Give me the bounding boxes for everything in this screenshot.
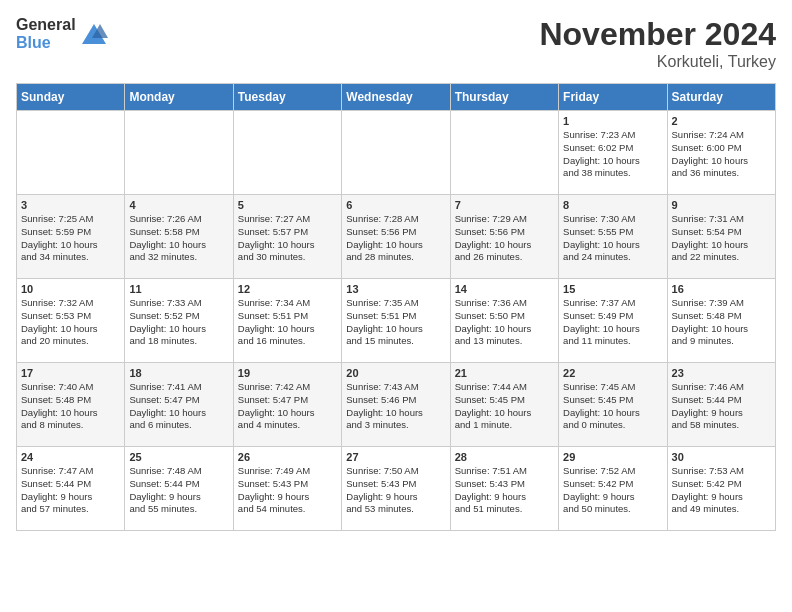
calendar-header-row: SundayMondayTuesdayWednesdayThursdayFrid…: [17, 84, 776, 111]
day-number: 25: [129, 451, 228, 463]
logo: General Blue: [16, 16, 108, 51]
day-number: 12: [238, 283, 337, 295]
calendar-cell: 18Sunrise: 7:41 AM Sunset: 5:47 PM Dayli…: [125, 363, 233, 447]
day-number: 1: [563, 115, 662, 127]
day-number: 11: [129, 283, 228, 295]
calendar-cell: 2Sunrise: 7:24 AM Sunset: 6:00 PM Daylig…: [667, 111, 775, 195]
column-header-friday: Friday: [559, 84, 667, 111]
column-header-saturday: Saturday: [667, 84, 775, 111]
calendar-cell: 17Sunrise: 7:40 AM Sunset: 5:48 PM Dayli…: [17, 363, 125, 447]
page-header: General Blue November 2024 Korkuteli, Tu…: [16, 16, 776, 71]
day-number: 5: [238, 199, 337, 211]
day-info: Sunrise: 7:37 AM Sunset: 5:49 PM Dayligh…: [563, 297, 662, 348]
day-number: 17: [21, 367, 120, 379]
day-info: Sunrise: 7:33 AM Sunset: 5:52 PM Dayligh…: [129, 297, 228, 348]
day-number: 26: [238, 451, 337, 463]
day-info: Sunrise: 7:45 AM Sunset: 5:45 PM Dayligh…: [563, 381, 662, 432]
calendar-cell: 11Sunrise: 7:33 AM Sunset: 5:52 PM Dayli…: [125, 279, 233, 363]
day-number: 29: [563, 451, 662, 463]
calendar-cell: 15Sunrise: 7:37 AM Sunset: 5:49 PM Dayli…: [559, 279, 667, 363]
calendar-cell: 20Sunrise: 7:43 AM Sunset: 5:46 PM Dayli…: [342, 363, 450, 447]
month-title: November 2024: [539, 16, 776, 53]
logo-blue-text: Blue: [16, 34, 76, 52]
logo-general-text: General: [16, 16, 76, 34]
day-info: Sunrise: 7:31 AM Sunset: 5:54 PM Dayligh…: [672, 213, 771, 264]
day-info: Sunrise: 7:46 AM Sunset: 5:44 PM Dayligh…: [672, 381, 771, 432]
day-number: 3: [21, 199, 120, 211]
day-number: 19: [238, 367, 337, 379]
calendar-cell: 27Sunrise: 7:50 AM Sunset: 5:43 PM Dayli…: [342, 447, 450, 531]
day-number: 21: [455, 367, 554, 379]
day-number: 10: [21, 283, 120, 295]
day-info: Sunrise: 7:23 AM Sunset: 6:02 PM Dayligh…: [563, 129, 662, 180]
day-info: Sunrise: 7:34 AM Sunset: 5:51 PM Dayligh…: [238, 297, 337, 348]
column-header-monday: Monday: [125, 84, 233, 111]
calendar-cell: 12Sunrise: 7:34 AM Sunset: 5:51 PM Dayli…: [233, 279, 341, 363]
day-number: 28: [455, 451, 554, 463]
logo-icon: [80, 20, 108, 48]
day-info: Sunrise: 7:27 AM Sunset: 5:57 PM Dayligh…: [238, 213, 337, 264]
day-info: Sunrise: 7:52 AM Sunset: 5:42 PM Dayligh…: [563, 465, 662, 516]
day-number: 6: [346, 199, 445, 211]
day-number: 24: [21, 451, 120, 463]
column-header-wednesday: Wednesday: [342, 84, 450, 111]
calendar-cell: [233, 111, 341, 195]
column-header-sunday: Sunday: [17, 84, 125, 111]
calendar-cell: 7Sunrise: 7:29 AM Sunset: 5:56 PM Daylig…: [450, 195, 558, 279]
day-number: 18: [129, 367, 228, 379]
day-info: Sunrise: 7:32 AM Sunset: 5:53 PM Dayligh…: [21, 297, 120, 348]
calendar-cell: 10Sunrise: 7:32 AM Sunset: 5:53 PM Dayli…: [17, 279, 125, 363]
day-number: 22: [563, 367, 662, 379]
day-info: Sunrise: 7:48 AM Sunset: 5:44 PM Dayligh…: [129, 465, 228, 516]
calendar-cell: 30Sunrise: 7:53 AM Sunset: 5:42 PM Dayli…: [667, 447, 775, 531]
calendar-cell: 29Sunrise: 7:52 AM Sunset: 5:42 PM Dayli…: [559, 447, 667, 531]
calendar-cell: 28Sunrise: 7:51 AM Sunset: 5:43 PM Dayli…: [450, 447, 558, 531]
day-info: Sunrise: 7:47 AM Sunset: 5:44 PM Dayligh…: [21, 465, 120, 516]
day-number: 20: [346, 367, 445, 379]
day-info: Sunrise: 7:44 AM Sunset: 5:45 PM Dayligh…: [455, 381, 554, 432]
day-number: 9: [672, 199, 771, 211]
day-info: Sunrise: 7:30 AM Sunset: 5:55 PM Dayligh…: [563, 213, 662, 264]
day-info: Sunrise: 7:53 AM Sunset: 5:42 PM Dayligh…: [672, 465, 771, 516]
day-info: Sunrise: 7:26 AM Sunset: 5:58 PM Dayligh…: [129, 213, 228, 264]
calendar-cell: 16Sunrise: 7:39 AM Sunset: 5:48 PM Dayli…: [667, 279, 775, 363]
calendar-cell: 25Sunrise: 7:48 AM Sunset: 5:44 PM Dayli…: [125, 447, 233, 531]
calendar-cell: 21Sunrise: 7:44 AM Sunset: 5:45 PM Dayli…: [450, 363, 558, 447]
calendar-cell: 26Sunrise: 7:49 AM Sunset: 5:43 PM Dayli…: [233, 447, 341, 531]
day-info: Sunrise: 7:50 AM Sunset: 5:43 PM Dayligh…: [346, 465, 445, 516]
calendar-cell: 5Sunrise: 7:27 AM Sunset: 5:57 PM Daylig…: [233, 195, 341, 279]
day-info: Sunrise: 7:42 AM Sunset: 5:47 PM Dayligh…: [238, 381, 337, 432]
calendar-week-row: 10Sunrise: 7:32 AM Sunset: 5:53 PM Dayli…: [17, 279, 776, 363]
calendar-cell: 1Sunrise: 7:23 AM Sunset: 6:02 PM Daylig…: [559, 111, 667, 195]
day-info: Sunrise: 7:39 AM Sunset: 5:48 PM Dayligh…: [672, 297, 771, 348]
calendar-week-row: 17Sunrise: 7:40 AM Sunset: 5:48 PM Dayli…: [17, 363, 776, 447]
title-block: November 2024 Korkuteli, Turkey: [539, 16, 776, 71]
calendar-cell: [450, 111, 558, 195]
calendar-cell: 4Sunrise: 7:26 AM Sunset: 5:58 PM Daylig…: [125, 195, 233, 279]
calendar-cell: 8Sunrise: 7:30 AM Sunset: 5:55 PM Daylig…: [559, 195, 667, 279]
calendar-cell: 19Sunrise: 7:42 AM Sunset: 5:47 PM Dayli…: [233, 363, 341, 447]
calendar-cell: 6Sunrise: 7:28 AM Sunset: 5:56 PM Daylig…: [342, 195, 450, 279]
day-info: Sunrise: 7:28 AM Sunset: 5:56 PM Dayligh…: [346, 213, 445, 264]
day-number: 13: [346, 283, 445, 295]
column-header-thursday: Thursday: [450, 84, 558, 111]
day-number: 2: [672, 115, 771, 127]
day-number: 14: [455, 283, 554, 295]
calendar-cell: 3Sunrise: 7:25 AM Sunset: 5:59 PM Daylig…: [17, 195, 125, 279]
day-number: 23: [672, 367, 771, 379]
column-header-tuesday: Tuesday: [233, 84, 341, 111]
calendar-table: SundayMondayTuesdayWednesdayThursdayFrid…: [16, 83, 776, 531]
day-info: Sunrise: 7:35 AM Sunset: 5:51 PM Dayligh…: [346, 297, 445, 348]
day-info: Sunrise: 7:25 AM Sunset: 5:59 PM Dayligh…: [21, 213, 120, 264]
calendar-cell: 23Sunrise: 7:46 AM Sunset: 5:44 PM Dayli…: [667, 363, 775, 447]
day-info: Sunrise: 7:40 AM Sunset: 5:48 PM Dayligh…: [21, 381, 120, 432]
calendar-cell: 13Sunrise: 7:35 AM Sunset: 5:51 PM Dayli…: [342, 279, 450, 363]
calendar-cell: [17, 111, 125, 195]
calendar-cell: 9Sunrise: 7:31 AM Sunset: 5:54 PM Daylig…: [667, 195, 775, 279]
day-number: 4: [129, 199, 228, 211]
calendar-cell: [342, 111, 450, 195]
calendar-cell: 24Sunrise: 7:47 AM Sunset: 5:44 PM Dayli…: [17, 447, 125, 531]
calendar-cell: 14Sunrise: 7:36 AM Sunset: 5:50 PM Dayli…: [450, 279, 558, 363]
location: Korkuteli, Turkey: [539, 53, 776, 71]
day-number: 16: [672, 283, 771, 295]
